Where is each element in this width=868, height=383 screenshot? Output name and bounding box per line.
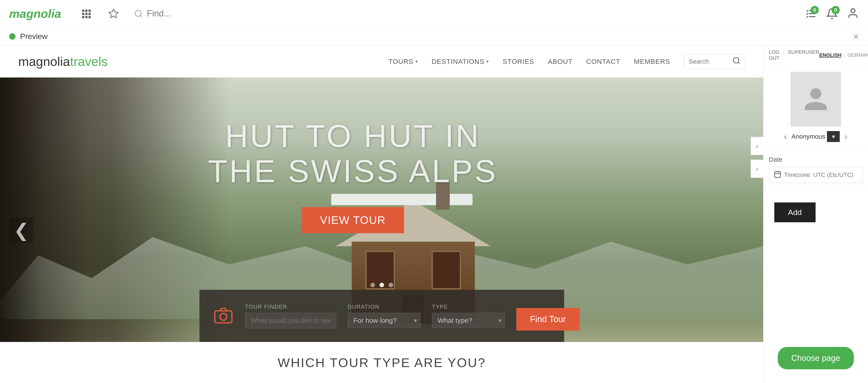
svg-rect-1 bbox=[85, 9, 88, 12]
hero-section: HUT TO HUT IN THE SWISS ALPS View Tour ❮… bbox=[0, 78, 764, 383]
notifications-badge: 0 bbox=[832, 6, 840, 14]
tour-finder-label: TOUR FINDER bbox=[245, 304, 336, 310]
camera-icon bbox=[213, 306, 234, 326]
tour-finder-type-wrapper: What type? ▾ bbox=[432, 313, 505, 328]
panel-left-arrow[interactable]: ‹ bbox=[751, 137, 764, 155]
svg-rect-18 bbox=[215, 311, 232, 323]
preview-dot bbox=[9, 33, 16, 40]
top-search-input[interactable] bbox=[147, 9, 238, 19]
svg-point-19 bbox=[220, 313, 227, 320]
avatar-next-button[interactable]: › bbox=[840, 131, 852, 142]
nav-members[interactable]: MEMBERS bbox=[634, 58, 670, 65]
panel-util-bar: LOG OUT | SUPERUSER ENGLISH | GERMAN ABO… bbox=[764, 46, 868, 65]
hero-title: HUT TO HUT IN THE SWISS ALPS bbox=[208, 119, 498, 189]
hero-dot-2[interactable] bbox=[379, 283, 384, 287]
grid-icon[interactable] bbox=[79, 7, 93, 21]
date-input[interactable] bbox=[784, 171, 858, 178]
nav-contact[interactable]: CONTACT bbox=[586, 58, 620, 65]
panel-right-arrow[interactable]: › bbox=[751, 159, 764, 178]
top-bar-icons bbox=[79, 7, 120, 21]
svg-rect-0 bbox=[82, 9, 84, 12]
tour-finder-icon-area bbox=[213, 306, 234, 326]
svg-rect-20 bbox=[775, 172, 780, 178]
site-search[interactable] bbox=[684, 54, 745, 69]
date-input-row[interactable] bbox=[769, 167, 863, 183]
nav-about[interactable]: ABOUT bbox=[548, 58, 572, 65]
hero-dot-3[interactable] bbox=[389, 283, 393, 287]
tasks-badge: 0 bbox=[811, 6, 819, 14]
nav-stories[interactable]: STORIES bbox=[503, 58, 534, 65]
lang-german[interactable]: GERMAN bbox=[847, 52, 868, 58]
svg-rect-3 bbox=[82, 13, 84, 15]
tour-finder: TOUR FINDER DURATION For how long? ▾ TYP… bbox=[199, 290, 564, 342]
hero-title-line2: THE SWISS ALPS bbox=[208, 154, 498, 189]
svg-point-16 bbox=[734, 58, 739, 63]
hero-dot-1[interactable] bbox=[370, 283, 375, 287]
add-button-area: Add bbox=[764, 190, 868, 235]
tour-finder-type-select[interactable]: What type? bbox=[432, 313, 505, 328]
user-icon[interactable] bbox=[847, 7, 859, 20]
panel-auth-links: LOG OUT | SUPERUSER bbox=[769, 49, 819, 61]
tour-finder-duration-label: DURATION bbox=[348, 304, 421, 310]
tour-finder-what-field: TOUR FINDER bbox=[245, 304, 336, 328]
auth-separator: | bbox=[783, 49, 784, 61]
chalet-window-right bbox=[432, 251, 461, 290]
avatar-dropdown-button[interactable]: ▾ bbox=[827, 131, 840, 142]
date-area: Date bbox=[764, 149, 868, 190]
notifications-icon[interactable]: 0 bbox=[826, 8, 838, 20]
which-tour-section: WHICH TOUR TYPE ARE YOU? bbox=[0, 342, 764, 383]
hero-title-line1: HUT TO HUT IN bbox=[208, 119, 498, 154]
avatar-name: Anonymous bbox=[792, 133, 826, 140]
svg-line-17 bbox=[738, 62, 740, 64]
hero-prev-button[interactable]: ❮ bbox=[9, 217, 33, 243]
panel-lang-area: ENGLISH | GERMAN bbox=[819, 52, 868, 58]
site-search-input[interactable] bbox=[689, 58, 730, 65]
avatar-name-row: Anonymous ▾ bbox=[792, 131, 840, 142]
svg-rect-8 bbox=[88, 16, 91, 18]
svg-rect-2 bbox=[88, 9, 91, 12]
star-icon[interactable] bbox=[107, 7, 120, 21]
avatar-nav-row: ‹ Anonymous ▾ › bbox=[768, 131, 863, 142]
add-button[interactable]: Add bbox=[774, 202, 815, 222]
svg-rect-4 bbox=[85, 13, 88, 15]
nav-destinations[interactable]: DESTINATIONS ▾ bbox=[432, 58, 489, 65]
magnolia-logo: magnolia bbox=[9, 7, 61, 21]
view-tour-button[interactable]: View Tour bbox=[302, 207, 404, 233]
tasks-icon[interactable]: 0 bbox=[805, 8, 817, 20]
site-logo-second: travels bbox=[70, 54, 107, 69]
choose-page-button[interactable]: Choose page bbox=[777, 347, 854, 369]
svg-line-11 bbox=[141, 15, 142, 17]
top-bar: magnolia 0 0 bbox=[0, 0, 868, 27]
log-out-link[interactable]: LOG OUT bbox=[769, 49, 779, 61]
svg-marker-9 bbox=[109, 9, 118, 18]
site-logo: magnoliatravels bbox=[18, 54, 107, 69]
tour-finder-type-label: TYPE bbox=[432, 304, 505, 310]
top-search-bar[interactable] bbox=[134, 9, 238, 19]
tour-finder-type-field: TYPE What type? ▾ bbox=[432, 304, 505, 328]
nav-tours[interactable]: TOURS ▾ bbox=[389, 58, 418, 65]
lang-english[interactable]: ENGLISH bbox=[819, 52, 842, 58]
tour-finder-duration-wrapper: For how long? ▾ bbox=[348, 313, 421, 328]
calendar-icon bbox=[774, 170, 781, 180]
tour-finder-duration-field: DURATION For how long? ▾ bbox=[348, 304, 421, 328]
avatar-prev-button[interactable]: ‹ bbox=[779, 131, 792, 142]
preview-close-button[interactable]: × bbox=[853, 31, 859, 42]
superuser-link[interactable]: SUPERUSER bbox=[788, 49, 819, 61]
website-area: magnoliatravels TOURS ▾ DESTINATIONS ▾ S… bbox=[0, 46, 764, 383]
svg-rect-5 bbox=[88, 13, 91, 15]
find-tour-button[interactable]: Find Tour bbox=[516, 308, 580, 330]
hero-content: HUT TO HUT IN THE SWISS ALPS View Tour bbox=[208, 119, 498, 233]
svg-rect-6 bbox=[82, 16, 84, 18]
person-silhouette bbox=[802, 86, 830, 113]
site-search-button[interactable] bbox=[733, 57, 741, 66]
preview-label: Preview bbox=[20, 32, 48, 41]
destinations-dropdown-arrow: ▾ bbox=[486, 59, 489, 64]
site-nav: magnoliatravels TOURS ▾ DESTINATIONS ▾ S… bbox=[0, 46, 764, 78]
top-bar-right: 0 0 bbox=[805, 7, 859, 20]
preview-bar: Preview × bbox=[0, 27, 868, 46]
svg-point-10 bbox=[135, 10, 141, 17]
svg-rect-7 bbox=[85, 16, 88, 18]
tour-finder-duration-select[interactable]: For how long? bbox=[348, 313, 421, 328]
tour-finder-what-input[interactable] bbox=[245, 313, 336, 328]
site-nav-links: TOURS ▾ DESTINATIONS ▾ STORIES ABOUT CON… bbox=[389, 54, 745, 69]
